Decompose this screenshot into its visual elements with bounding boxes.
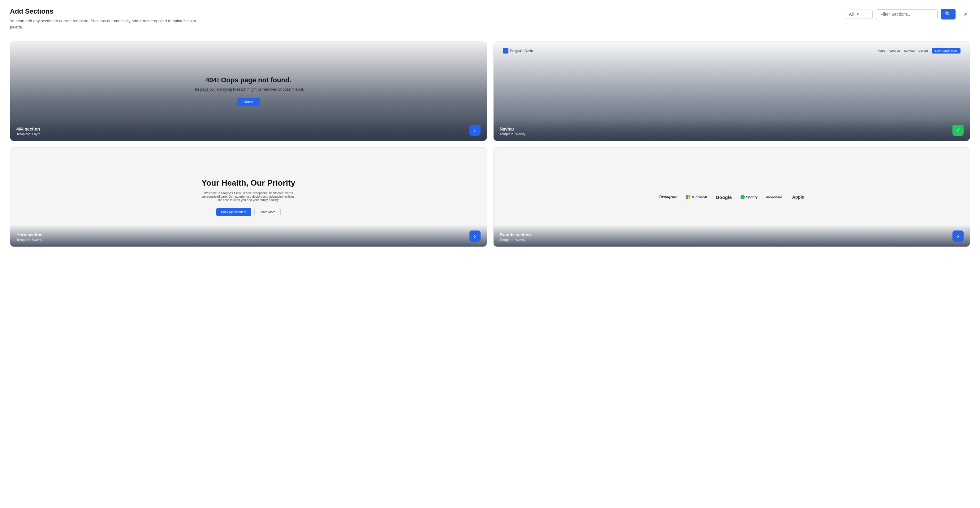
header-left: Add Sections You can add any section to … [10, 8, 208, 30]
check-icon: ✓ [956, 127, 961, 133]
navbar-logo-icon: P [503, 48, 508, 54]
hero-subtitle: Welcome to Pragna's Clinic, where except… [202, 192, 295, 202]
section-footer-404: 404 section Template: Laytr › [10, 119, 487, 141]
navbar-links: Home About Us Services Contact Book Appo… [878, 48, 961, 54]
section-footer-hero: Hero section Template: Wavify › [10, 225, 487, 246]
filter-label: All [849, 12, 854, 17]
navbar-book-button[interactable]: Book Appointment [932, 48, 961, 54]
filter-input[interactable] [876, 9, 938, 19]
close-button[interactable]: × [961, 9, 970, 19]
section-template-404: Template: Laytr [16, 132, 40, 136]
arrow-right-icon: › [474, 127, 476, 133]
page-subtitle: You can add any section to current templ… [10, 18, 208, 30]
microsoft-icon [686, 195, 690, 199]
section-card-404[interactable]: 404! Oops page not found. The page you a… [10, 41, 487, 141]
filter-dropdown[interactable]: All ▼ [845, 10, 873, 19]
sections-grid: 404! Oops page not found. The page you a… [0, 34, 980, 254]
navbar-logo: P Pragna's Clinic [503, 48, 533, 54]
nav-link-services: Services [904, 49, 915, 52]
navbar-logo-text: Pragna's Clinic [510, 49, 533, 52]
section-card-brands[interactable]: Instagram Microsoft Google ♪ [493, 147, 970, 247]
section-name-hero: Hero section [16, 232, 43, 237]
brand-microsoft: Microsoft [686, 195, 707, 199]
section-footer-navbar: Navbar Template: Wavify ✓ [493, 119, 970, 141]
brand-apple: Apple [791, 195, 804, 200]
brand-google: Google [716, 195, 732, 200]
brand-spotify: ♪ Spotify [740, 195, 757, 199]
hero-buttons: Book Appointment Learn More [216, 208, 281, 216]
nav-link-contact: Contact [918, 49, 928, 52]
section-label-navbar: Navbar Template: Wavify [500, 127, 525, 136]
preview-404-title: 404! Oops page not found. [205, 76, 291, 84]
header: Add Sections You can add any section to … [0, 0, 980, 34]
section-card-hero[interactable]: Your Health, Our Priority Welcome to Pra… [10, 147, 487, 247]
brand-instagram: Instagram [659, 195, 678, 200]
hero-learn-more-button[interactable]: Learn More [255, 208, 281, 216]
preview-404-subtitle: The page you are trying to reach might b… [193, 87, 304, 92]
section-name-brands: Brands section [500, 232, 531, 237]
section-name-404: 404 section [16, 127, 40, 132]
section-action-button-navbar[interactable]: ✓ [953, 125, 964, 136]
section-label-hero: Hero section Template: Wavify [16, 232, 43, 241]
chevron-down-icon: ▼ [856, 13, 860, 16]
section-template-brands: Template: Wavify [500, 238, 531, 241]
arrow-right-icon-brands: › [957, 233, 959, 240]
hero-book-button[interactable]: Book Appointment [216, 208, 251, 216]
arrow-right-icon-hero: › [474, 233, 476, 240]
preview-404-home-button[interactable]: Home [237, 98, 259, 106]
page-title: Add Sections [10, 8, 208, 16]
navbar-inner: P Pragna's Clinic Home About Us Services… [503, 48, 961, 54]
section-action-button-brands[interactable]: › [953, 230, 964, 241]
nav-link-home: Home [878, 49, 885, 52]
section-label-brands: Brands section Template: Wavify [500, 232, 531, 241]
spotify-icon: ♪ [740, 195, 745, 199]
brand-mcdonalds: mcdonald [766, 195, 782, 199]
section-action-button-hero[interactable]: › [469, 230, 480, 241]
search-icon: 🔍 [945, 11, 951, 17]
section-name-navbar: Navbar [500, 127, 525, 132]
hero-title: Your Health, Our Priority [202, 178, 295, 188]
nav-link-about: About Us [889, 49, 900, 52]
section-label-404: 404 section Template: Laytr [16, 127, 40, 136]
section-card-navbar[interactable]: P Pragna's Clinic Home About Us Services… [493, 41, 970, 141]
search-button[interactable]: 🔍 [941, 9, 956, 19]
header-controls: All ▼ 🔍 × [845, 9, 970, 19]
section-template-navbar: Template: Wavify [500, 132, 525, 136]
section-action-button-404[interactable]: › [469, 125, 480, 136]
section-footer-brands: Brands section Template: Wavify › [493, 225, 970, 246]
section-template-hero: Template: Wavify [16, 238, 43, 241]
brands-row: Instagram Microsoft Google ♪ [659, 195, 804, 200]
